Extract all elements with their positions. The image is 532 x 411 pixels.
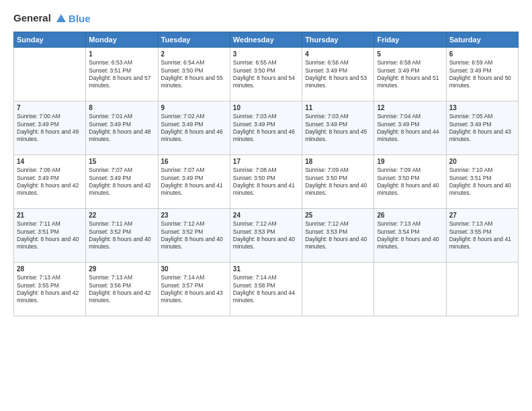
cell-content: Sunrise: 7:07 AMSunset: 3:49 PMDaylight:… — [89, 167, 154, 197]
cell-content: Sunrise: 7:06 AMSunset: 3:49 PMDaylight:… — [17, 167, 83, 197]
cell-content: Sunrise: 7:07 AMSunset: 3:49 PMDaylight:… — [161, 167, 227, 197]
day-cell: 20Sunrise: 7:10 AMSunset: 3:51 PMDayligh… — [446, 155, 518, 209]
day-number: 28 — [17, 265, 83, 273]
header-row: SundayMondayTuesdayWednesdayThursdayFrid… — [14, 32, 519, 48]
day-cell: 14Sunrise: 7:06 AMSunset: 3:49 PMDayligh… — [14, 155, 86, 209]
week-row-4: 21Sunrise: 7:11 AMSunset: 3:51 PMDayligh… — [14, 209, 519, 263]
day-cell: 28Sunrise: 7:13 AMSunset: 3:55 PMDayligh… — [14, 263, 86, 316]
day-cell: 9Sunrise: 7:02 AMSunset: 3:49 PMDaylight… — [158, 101, 230, 155]
day-cell: 25Sunrise: 7:12 AMSunset: 3:53 PMDayligh… — [302, 209, 374, 263]
cell-content: Sunrise: 7:00 AMSunset: 3:49 PMDaylight:… — [17, 113, 83, 144]
day-cell: 7Sunrise: 7:00 AMSunset: 3:49 PMDaylight… — [14, 101, 86, 155]
day-cell: 19Sunrise: 7:09 AMSunset: 3:50 PMDayligh… — [374, 155, 446, 209]
day-number: 27 — [449, 212, 515, 219]
cell-content: Sunrise: 7:13 AMSunset: 3:55 PMDaylight:… — [449, 220, 515, 251]
header-cell-monday: Monday — [86, 32, 158, 48]
day-number: 4 — [305, 50, 371, 58]
day-cell: 6Sunrise: 6:59 AMSunset: 3:49 PMDaylight… — [446, 48, 518, 101]
day-cell: 5Sunrise: 6:58 AMSunset: 3:49 PMDaylight… — [374, 48, 446, 101]
header-cell-tuesday: Tuesday — [158, 32, 230, 48]
day-number: 19 — [377, 158, 443, 165]
day-cell — [302, 263, 374, 316]
day-number: 30 — [161, 265, 227, 273]
day-number: 15 — [89, 158, 154, 165]
week-row-3: 14Sunrise: 7:06 AMSunset: 3:49 PMDayligh… — [14, 155, 519, 209]
day-number: 17 — [233, 158, 299, 165]
cell-content: Sunrise: 6:55 AMSunset: 3:50 PMDaylight:… — [233, 59, 299, 90]
day-number: 25 — [305, 212, 371, 219]
logo: General Blue — [13, 12, 91, 25]
day-cell: 23Sunrise: 7:12 AMSunset: 3:52 PMDayligh… — [158, 209, 230, 263]
day-number: 7 — [17, 104, 83, 111]
cell-content: Sunrise: 7:11 AMSunset: 3:51 PMDaylight:… — [17, 220, 83, 251]
day-cell: 8Sunrise: 7:01 AMSunset: 3:49 PMDaylight… — [86, 101, 158, 155]
day-cell: 26Sunrise: 7:13 AMSunset: 3:54 PMDayligh… — [374, 209, 446, 263]
day-cell: 2Sunrise: 6:54 AMSunset: 3:50 PMDaylight… — [158, 48, 230, 101]
cell-content: Sunrise: 7:11 AMSunset: 3:52 PMDaylight:… — [89, 220, 154, 251]
day-cell: 10Sunrise: 7:03 AMSunset: 3:49 PMDayligh… — [230, 101, 302, 155]
cell-content: Sunrise: 7:05 AMSunset: 3:49 PMDaylight:… — [449, 113, 515, 144]
cell-content: Sunrise: 6:53 AMSunset: 3:51 PMDaylight:… — [89, 59, 154, 90]
cell-content: Sunrise: 7:10 AMSunset: 3:51 PMDaylight:… — [449, 167, 515, 197]
cell-content: Sunrise: 7:03 AMSunset: 3:49 PMDaylight:… — [233, 113, 299, 144]
cell-content: Sunrise: 7:02 AMSunset: 3:49 PMDaylight:… — [161, 113, 227, 144]
day-number: 23 — [161, 212, 227, 219]
cell-content: Sunrise: 7:13 AMSunset: 3:54 PMDaylight:… — [377, 220, 443, 251]
cell-content: Sunrise: 7:12 AMSunset: 3:53 PMDaylight:… — [233, 220, 299, 251]
cell-content: Sunrise: 6:56 AMSunset: 3:49 PMDaylight:… — [305, 59, 371, 90]
svg-marker-0 — [56, 14, 66, 22]
day-cell: 24Sunrise: 7:12 AMSunset: 3:53 PMDayligh… — [230, 209, 302, 263]
cell-content: Sunrise: 7:12 AMSunset: 3:53 PMDaylight:… — [305, 220, 371, 251]
day-number: 8 — [89, 104, 154, 111]
cell-content: Sunrise: 7:04 AMSunset: 3:49 PMDaylight:… — [377, 113, 443, 144]
day-cell: 1Sunrise: 6:53 AMSunset: 3:51 PMDaylight… — [86, 48, 158, 101]
cell-content: Sunrise: 6:58 AMSunset: 3:49 PMDaylight:… — [377, 59, 443, 90]
cell-content: Sunrise: 7:14 AMSunset: 3:57 PMDaylight:… — [161, 274, 227, 305]
cell-content: Sunrise: 6:59 AMSunset: 3:49 PMDaylight:… — [449, 59, 515, 90]
week-row-2: 7Sunrise: 7:00 AMSunset: 3:49 PMDaylight… — [14, 101, 519, 155]
cell-content: Sunrise: 7:03 AMSunset: 3:49 PMDaylight:… — [305, 113, 371, 144]
day-number: 12 — [377, 104, 443, 111]
cell-content: Sunrise: 7:13 AMSunset: 3:56 PMDaylight:… — [89, 274, 154, 305]
day-number: 21 — [17, 212, 83, 219]
day-number: 22 — [89, 212, 154, 219]
day-cell: 18Sunrise: 7:09 AMSunset: 3:50 PMDayligh… — [302, 155, 374, 209]
header-cell-sunday: Sunday — [14, 32, 86, 48]
day-cell: 3Sunrise: 6:55 AMSunset: 3:50 PMDaylight… — [230, 48, 302, 101]
day-number: 14 — [17, 158, 83, 165]
cell-content: Sunrise: 7:01 AMSunset: 3:49 PMDaylight:… — [89, 113, 154, 144]
cell-content: Sunrise: 7:09 AMSunset: 3:50 PMDaylight:… — [305, 167, 371, 197]
day-cell — [446, 263, 518, 316]
day-cell: 4Sunrise: 6:56 AMSunset: 3:49 PMDaylight… — [302, 48, 374, 101]
day-cell: 13Sunrise: 7:05 AMSunset: 3:49 PMDayligh… — [446, 101, 518, 155]
header-cell-saturday: Saturday — [446, 32, 518, 48]
cell-content: Sunrise: 7:14 AMSunset: 3:58 PMDaylight:… — [233, 274, 299, 305]
day-cell: 21Sunrise: 7:11 AMSunset: 3:51 PMDayligh… — [14, 209, 86, 263]
day-number: 1 — [89, 50, 154, 58]
week-row-5: 28Sunrise: 7:13 AMSunset: 3:55 PMDayligh… — [14, 263, 519, 316]
header: General Blue — [13, 12, 519, 25]
logo-blue: Blue — [69, 13, 91, 24]
cell-content: Sunrise: 7:09 AMSunset: 3:50 PMDaylight:… — [377, 167, 443, 197]
day-cell — [374, 263, 446, 316]
day-number: 11 — [305, 104, 371, 111]
cell-content: Sunrise: 6:54 AMSunset: 3:50 PMDaylight:… — [161, 59, 227, 90]
header-cell-thursday: Thursday — [302, 32, 374, 48]
day-number: 20 — [449, 158, 515, 165]
header-cell-wednesday: Wednesday — [230, 32, 302, 48]
week-row-1: 1Sunrise: 6:53 AMSunset: 3:51 PMDaylight… — [14, 48, 519, 101]
cell-content: Sunrise: 7:08 AMSunset: 3:50 PMDaylight:… — [233, 167, 299, 197]
day-cell: 15Sunrise: 7:07 AMSunset: 3:49 PMDayligh… — [86, 155, 158, 209]
day-cell: 16Sunrise: 7:07 AMSunset: 3:49 PMDayligh… — [158, 155, 230, 209]
day-cell: 12Sunrise: 7:04 AMSunset: 3:49 PMDayligh… — [374, 101, 446, 155]
day-number: 2 — [161, 50, 227, 58]
day-cell: 22Sunrise: 7:11 AMSunset: 3:52 PMDayligh… — [86, 209, 158, 263]
header-cell-friday: Friday — [374, 32, 446, 48]
day-number: 26 — [377, 212, 443, 219]
day-number: 31 — [233, 265, 299, 273]
day-cell: 29Sunrise: 7:13 AMSunset: 3:56 PMDayligh… — [86, 263, 158, 316]
calendar-table: SundayMondayTuesdayWednesdayThursdayFrid… — [13, 32, 519, 316]
day-number: 29 — [89, 265, 154, 273]
logo-general: General — [13, 12, 51, 24]
day-cell: 31Sunrise: 7:14 AMSunset: 3:58 PMDayligh… — [230, 263, 302, 316]
